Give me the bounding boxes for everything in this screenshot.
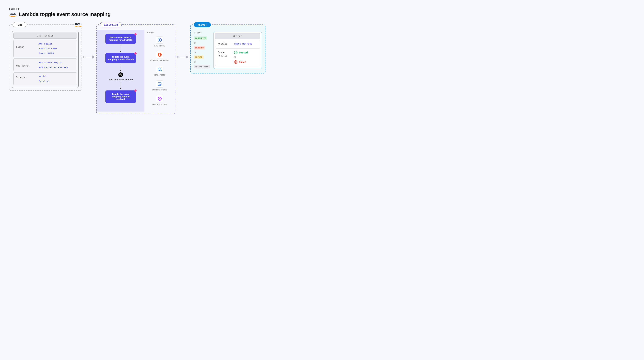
step-label: Toggle the event mapping state to disabl…: [108, 56, 134, 61]
passed-label: Passed: [239, 51, 248, 54]
probe-prometheus: PROMETHEUS PROBE: [146, 51, 173, 62]
or-separator: OR: [194, 51, 210, 54]
check-circle-icon: [234, 51, 238, 54]
chaos-metrics-link[interactable]: chaos metrics: [234, 42, 252, 45]
user-inputs-header: User Inputs: [14, 32, 77, 39]
probe-results-label: Probe Results: [218, 51, 231, 58]
execution-panel: EXECUTION Derive event source mapping fo…: [96, 24, 175, 114]
probe-command: COMMAND PROBE: [146, 80, 173, 91]
flow-arrow-down-icon: [120, 45, 121, 52]
execution-step: Derive event source mapping for all UUID…: [106, 34, 136, 44]
result-tab: RESULT: [194, 22, 211, 27]
aws-logo-icon: aws: [74, 22, 82, 27]
input-group-common: Common AWS region Function name Event UU…: [14, 40, 77, 57]
execution-tab: EXECUTION: [100, 22, 122, 27]
or-separator: OR: [194, 42, 210, 44]
svg-rect-12: [158, 83, 161, 85]
probe-result-failed: Failed: [234, 60, 248, 64]
input-value: Parallel: [38, 80, 50, 83]
tune-panel: TUNE aws User Inputs Common AWS region F…: [9, 24, 82, 91]
clock-icon: [118, 72, 123, 77]
probe-srm-slo: SRM SLO PROBE: [146, 95, 173, 106]
step-label: Derive event source mapping for all UUID…: [109, 36, 132, 41]
svg-marker-3: [134, 52, 137, 55]
chaos-corner-icon: [134, 52, 137, 55]
input-value: AWS secret access key: [38, 66, 68, 69]
flow-arrow-down-icon: [120, 82, 121, 89]
probe-label: SRM SLO PROBE: [152, 103, 167, 106]
probe-label: HTTP PROBE: [154, 74, 166, 76]
output-row-metrics: Metrics chaos metrics: [215, 40, 260, 47]
probe-label: K8S PROBE: [154, 45, 165, 47]
terminal-icon: [156, 80, 163, 88]
connector-dot-icon: [177, 56, 179, 58]
stages-row: TUNE aws User Inputs Common AWS region F…: [9, 24, 635, 114]
prometheus-icon: [156, 51, 163, 58]
probe-label: PROMETHEUS PROBE: [150, 59, 169, 62]
gauge-icon: [156, 95, 163, 102]
flow-arrow: [177, 24, 188, 59]
tune-tab: TUNE: [12, 22, 26, 27]
status-badge: COMPLETED: [194, 36, 207, 40]
svg-marker-17: [186, 55, 188, 59]
status-badge: ERRORED: [194, 46, 205, 49]
svg-point-7: [159, 39, 160, 41]
chaos-corner-icon: [134, 89, 137, 92]
aws-logo-icon: aws: [9, 12, 17, 17]
probes-column: PROBES K8S PROBE PROMETHEUS PROBE HTTP P…: [144, 30, 175, 112]
status-column: STATUS COMPLETED OR ERRORED OR QUEUED OR…: [190, 30, 212, 71]
step-label: Toggle the event mapping state to enable…: [112, 93, 130, 100]
execution-flow: Derive event source mapping for all UUID…: [97, 30, 144, 112]
probes-heading: PROBES: [146, 32, 173, 34]
x-circle-icon: [234, 60, 238, 64]
group-name: AWS secret: [16, 61, 37, 67]
status-badge: INCOMPLETED: [194, 65, 210, 68]
flow-arrow: [83, 24, 95, 59]
output-card: Output Metrics chaos metrics Probe Resul…: [214, 32, 262, 69]
svg-point-18: [234, 51, 237, 54]
group-name: Sequence: [16, 75, 37, 78]
failed-label: Failed: [239, 61, 246, 63]
output-row-probe-results: Probe Results Passed OR Failed: [215, 48, 260, 66]
globe-icon: [156, 66, 163, 73]
wait-step: Wait for Chaos Interval: [108, 72, 133, 81]
k8s-icon: [156, 36, 163, 44]
fault-label: Fault: [9, 7, 635, 11]
probe-result-passed: Passed: [234, 51, 248, 54]
svg-point-15: [159, 98, 160, 99]
input-value: Serial: [38, 75, 50, 78]
page-title: Lambda toggle event source mapping: [19, 11, 110, 17]
input-group-aws-secret: AWS secret AWS access key ID AWS secret …: [14, 58, 77, 71]
input-value: Function name: [38, 47, 57, 50]
svg-marker-5: [134, 89, 137, 92]
or-separator: OR: [234, 56, 248, 58]
status-badge: QUEUED: [194, 55, 204, 59]
probe-k8s: K8S PROBE: [146, 36, 173, 47]
user-inputs-card: User Inputs Common AWS region Function n…: [12, 31, 78, 88]
group-name: Common: [16, 42, 37, 48]
execution-step: Toggle the event mapping state to disabl…: [106, 53, 136, 63]
svg-marker-1: [92, 55, 95, 59]
status-heading: STATUS: [194, 32, 210, 34]
svg-marker-2: [134, 33, 137, 35]
output-column: Output Metrics chaos metrics Probe Resul…: [212, 30, 265, 71]
page-header: Fault aws Lambda toggle event source map…: [9, 7, 635, 17]
input-value: Event UUIDS: [38, 52, 57, 55]
input-value: AWS region: [38, 42, 57, 45]
metrics-label: Metrics: [218, 42, 231, 45]
result-panel: RESULT STATUS COMPLETED OR ERRORED OR QU…: [190, 24, 266, 73]
connector-dot-icon: [83, 56, 86, 58]
wait-label: Wait for Chaos Interval: [108, 78, 133, 81]
execution-step: Toggle the event mapping state to enable…: [106, 90, 136, 103]
input-value: AWS access key ID: [38, 61, 68, 64]
flow-arrow-down-icon: [120, 64, 121, 71]
or-separator: OR: [194, 61, 210, 63]
probe-http: HTTP PROBE: [146, 66, 173, 76]
chaos-corner-icon: [134, 33, 137, 35]
input-group-sequence: Sequence Serial Parallel: [14, 72, 77, 85]
output-header: Output: [215, 33, 260, 39]
probe-label: COMMAND PROBE: [152, 89, 167, 91]
